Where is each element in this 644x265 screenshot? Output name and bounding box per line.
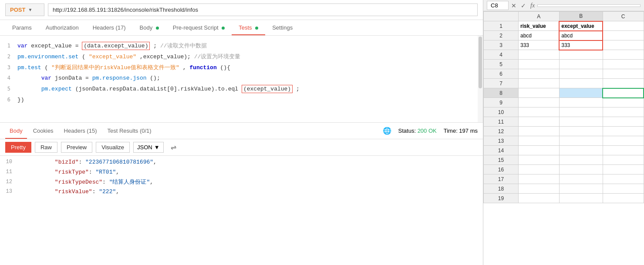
cell-11-b[interactable] <box>559 117 603 127</box>
cell-7-c[interactable] <box>603 79 644 88</box>
cell-8-b[interactable] <box>559 88 603 98</box>
row-header-3[interactable]: 3 <box>484 40 519 50</box>
cell-19-a[interactable] <box>519 194 560 203</box>
cell-6-a[interactable] <box>519 69 560 79</box>
method-select[interactable]: POST ▼ <box>5 3 44 16</box>
cell-17-a[interactable] <box>519 174 560 184</box>
cell-1-b[interactable]: except_value <box>559 21 603 31</box>
cell-2-c[interactable] <box>603 31 644 40</box>
cell-14-c[interactable] <box>603 146 644 155</box>
cell-1-c[interactable] <box>603 21 644 31</box>
cell-5-c[interactable] <box>603 60 644 69</box>
cell-15-c[interactable] <box>603 155 644 165</box>
row-header-7[interactable]: 7 <box>484 79 519 88</box>
col-header-a[interactable]: A <box>519 12 560 21</box>
row-header-17[interactable]: 17 <box>484 174 519 184</box>
cell-17-c[interactable] <box>603 174 644 184</box>
resp-tab-testresults[interactable]: Test Results (0/1) <box>103 125 155 136</box>
format-pretty-button[interactable]: Pretty <box>5 142 31 153</box>
format-raw-button[interactable]: Raw <box>35 142 57 153</box>
fx-icon[interactable]: fx <box>529 1 536 10</box>
resp-tab-body[interactable]: Body <box>5 125 27 136</box>
cell-5-b[interactable] <box>559 60 603 69</box>
cell-13-a[interactable] <box>519 136 560 146</box>
cell-3-a[interactable]: 333 <box>519 40 560 50</box>
cell-15-b[interactable] <box>559 155 603 165</box>
cell-19-c[interactable] <box>603 194 644 203</box>
format-preview-button[interactable]: Preview <box>61 142 92 153</box>
cell-10-a[interactable] <box>519 107 560 117</box>
cell-14-a[interactable] <box>519 146 560 155</box>
editor-scrollbar[interactable] <box>478 36 483 122</box>
tab-settings[interactable]: Settings <box>265 20 300 35</box>
cell-17-b[interactable] <box>559 174 603 184</box>
row-header-19[interactable]: 19 <box>484 194 519 203</box>
cell-7-b[interactable] <box>559 79 603 88</box>
cell-15-a[interactable] <box>519 155 560 165</box>
col-header-b[interactable]: B <box>559 12 603 21</box>
cell-3-b[interactable]: 333 <box>559 40 603 50</box>
cell-13-c[interactable] <box>603 136 644 146</box>
cell-8-c[interactable] <box>603 88 644 98</box>
tab-prerequest[interactable]: Pre-request Script <box>166 20 232 35</box>
tab-body[interactable]: Body <box>133 20 166 35</box>
row-header-5[interactable]: 5 <box>484 60 519 69</box>
resp-tab-cookies[interactable]: Cookies <box>29 125 58 136</box>
cell-12-b[interactable] <box>559 127 603 136</box>
cell-16-c[interactable] <box>603 165 644 174</box>
cell-18-a[interactable] <box>519 184 560 194</box>
row-header-9[interactable]: 9 <box>484 98 519 107</box>
cell-9-b[interactable] <box>559 98 603 107</box>
url-input[interactable] <box>48 3 478 16</box>
row-header-6[interactable]: 6 <box>484 69 519 79</box>
excel-grid[interactable]: A B C 1risk_valueexcept_value2abcdabcd33… <box>483 11 644 265</box>
cell-19-b[interactable] <box>559 194 603 203</box>
confirm-formula-icon[interactable]: ✓ <box>520 1 527 10</box>
cell-10-c[interactable] <box>603 107 644 117</box>
cell-3-c[interactable] <box>603 40 644 50</box>
row-header-12[interactable]: 12 <box>484 127 519 136</box>
cell-16-a[interactable] <box>519 165 560 174</box>
cell-5-a[interactable] <box>519 60 560 69</box>
cell-1-a[interactable]: risk_value <box>519 21 560 31</box>
tab-authorization[interactable]: Authorization <box>39 20 86 35</box>
cell-16-b[interactable] <box>559 165 603 174</box>
cell-11-a[interactable] <box>519 117 560 127</box>
tab-tests[interactable]: Tests <box>232 20 265 35</box>
cell-13-b[interactable] <box>559 136 603 146</box>
cell-reference[interactable]: C8 <box>487 1 509 10</box>
cell-10-b[interactable] <box>559 107 603 117</box>
tab-headers[interactable]: Headers (17) <box>86 20 133 35</box>
code-editor[interactable]: 1 var except_value = (data.except_value)… <box>0 36 483 123</box>
row-header-10[interactable]: 10 <box>484 107 519 117</box>
json-response-body[interactable]: 10 "bizId": "223677106810781696", 11 "ri… <box>0 156 483 265</box>
cell-14-b[interactable] <box>559 146 603 155</box>
cancel-formula-icon[interactable]: ✕ <box>510 1 517 10</box>
cell-12-c[interactable] <box>603 127 644 136</box>
cell-4-b[interactable] <box>559 50 603 60</box>
cell-9-c[interactable] <box>603 98 644 107</box>
row-header-11[interactable]: 11 <box>484 117 519 127</box>
tab-params[interactable]: Params <box>5 20 39 35</box>
cell-12-a[interactable] <box>519 127 560 136</box>
cell-2-a[interactable]: abcd <box>519 31 560 40</box>
filter-icon[interactable]: ⇌ <box>171 143 176 151</box>
cell-8-a[interactable] <box>519 88 560 98</box>
cell-2-b[interactable]: abcd <box>559 31 603 40</box>
row-header-4[interactable]: 4 <box>484 50 519 60</box>
row-header-16[interactable]: 16 <box>484 165 519 174</box>
row-header-8[interactable]: 8 <box>484 88 519 98</box>
col-header-c[interactable]: C <box>603 12 644 21</box>
row-header-18[interactable]: 18 <box>484 184 519 194</box>
cell-6-b[interactable] <box>559 69 603 79</box>
cell-4-c[interactable] <box>603 50 644 60</box>
row-header-14[interactable]: 14 <box>484 146 519 155</box>
resp-tab-headers[interactable]: Headers (15) <box>60 125 101 136</box>
cell-4-a[interactable] <box>519 50 560 60</box>
cell-9-a[interactable] <box>519 98 560 107</box>
format-visualize-button[interactable]: Visualize <box>96 142 130 153</box>
cell-18-c[interactable] <box>603 184 644 194</box>
cell-11-c[interactable] <box>603 117 644 127</box>
row-header-1[interactable]: 1 <box>484 21 519 31</box>
format-type-select[interactable]: JSON ▼ <box>133 142 164 153</box>
